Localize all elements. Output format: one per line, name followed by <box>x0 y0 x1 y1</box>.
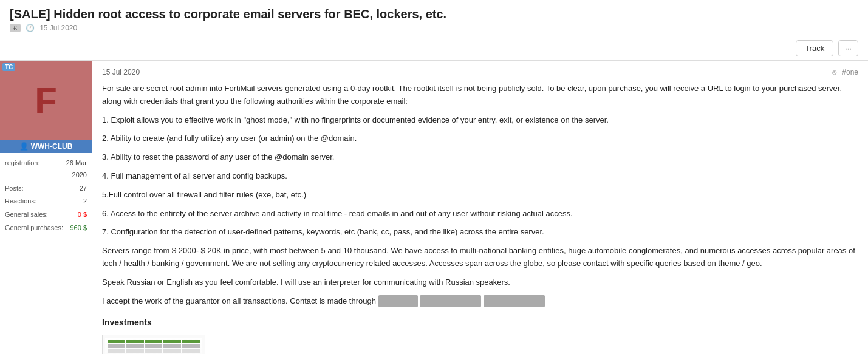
feature-1: 1. Exploit allows you to effective work … <box>102 114 858 127</box>
post-features: 1. Exploit allows you to effective work … <box>102 114 858 239</box>
feature-6: 6. Access to the entirety of the server … <box>102 208 858 220</box>
page-wrapper: [SALE] Hidden root access to corporate e… <box>0 0 868 354</box>
page-meta: £ 🕐 15 Jul 2020 <box>10 24 858 32</box>
post-content: 15 Jul 2020 ⎋ #one For sale are secret r… <box>92 61 868 354</box>
registration-value: 26 Mar 2020 <box>63 157 87 182</box>
feature-3: 3. Ability to reset the password of any … <box>102 151 858 164</box>
redacted-contact-3 <box>484 295 545 308</box>
tc-badge: TC <box>2 63 15 71</box>
redacted-contact-1 <box>378 295 418 308</box>
body-language-text: Speak Russian or English as you feel com… <box>102 276 858 289</box>
post-guarantor: I accept the work of the guarantor on al… <box>102 295 858 308</box>
main-content: TC F 👤 WWH-CLUB registration: 26 Mar 202… <box>0 61 868 354</box>
feature-4: 4. Full management of all server and con… <box>102 170 858 183</box>
avatar-letter: F <box>35 80 57 121</box>
reactions-label: Reactions: <box>5 195 63 208</box>
sales-value: 0 $ <box>63 208 87 222</box>
post-date-bar: 15 Jul 2020 ⎋ #one <box>102 68 858 77</box>
reactions-value: 2 <box>63 195 87 208</box>
posts-label: Posts: <box>5 182 63 196</box>
registration-label: registration: <box>5 157 63 182</box>
username: WWH-CLUB <box>31 142 73 151</box>
page-header: [SALE] Hidden root access to corporate e… <box>0 0 868 36</box>
author-tag: £ <box>10 24 21 32</box>
post-intro: For sale are secret root admin into Fort… <box>102 83 858 108</box>
posts-value: 27 <box>63 182 87 196</box>
feature-5: 5.Full control over all firewall and fil… <box>102 189 858 202</box>
user-stats: registration: 26 Mar 2020 Posts: 27 Reac… <box>0 153 92 239</box>
post-hash: #one <box>842 68 858 77</box>
post-price: Servers range from $ 2000- $ 20K in pric… <box>102 245 858 270</box>
post-language: Speak Russian or English as you feel com… <box>102 276 858 289</box>
feature-7: 7. Configuration for the detection of us… <box>102 226 858 239</box>
user-name-bar[interactable]: 👤 WWH-CLUB <box>0 140 92 153</box>
page-title: [SALE] Hidden root access to corporate e… <box>10 7 858 21</box>
post-body: For sale are secret root admin into Fort… <box>102 83 858 354</box>
sales-label: General sales: <box>5 208 63 222</box>
share-icon[interactable]: ⎋ <box>832 68 836 77</box>
body-price-text: Servers range from $ 2000- $ 20K in pric… <box>102 245 858 270</box>
toolbar: Track ··· <box>0 36 868 61</box>
track-button[interactable]: Track <box>796 40 833 56</box>
user-avatar: TC F <box>0 61 92 140</box>
attachment-preview <box>105 338 202 354</box>
post-date: 15 Jul 2020 <box>102 68 140 77</box>
clock-icon: 🕐 <box>26 24 35 32</box>
investments-label: Investments <box>102 316 858 329</box>
feature-2: 2. Ability to create (and fully utilize)… <box>102 132 858 145</box>
post-date-meta: 15 Jul 2020 <box>39 24 77 32</box>
redacted-contact-2 <box>420 295 481 308</box>
attachment-box[interactable]: Screenshot_2.png 343.4 KB Views: 16 <box>102 335 205 354</box>
more-options-button[interactable]: ··· <box>838 40 858 56</box>
purchases-label: General purchases: <box>5 222 63 235</box>
body-intro-text: For sale are secret root admin into Fort… <box>102 83 858 108</box>
body-guarantor-text: I accept the work of the guarantor on al… <box>102 296 376 305</box>
user-icon: 👤 <box>19 142 29 151</box>
purchases-value: 960 $ <box>63 222 87 235</box>
user-panel: TC F 👤 WWH-CLUB registration: 26 Mar 202… <box>0 61 92 354</box>
